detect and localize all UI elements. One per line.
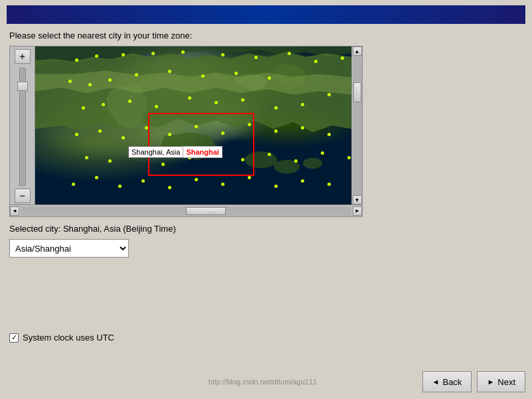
horizontal-scrollbar[interactable]: ◄ ⋯ ► bbox=[9, 205, 363, 217]
zoom-slider-thumb[interactable] bbox=[17, 82, 28, 91]
city-dot[interactable] bbox=[181, 50, 185, 54]
city-dot[interactable] bbox=[88, 83, 92, 86]
scroll-down-button[interactable]: ▼ bbox=[353, 195, 362, 204]
city-dot[interactable] bbox=[141, 179, 145, 183]
city-dot[interactable] bbox=[188, 96, 191, 100]
city-dot[interactable] bbox=[274, 185, 278, 188]
city-dot[interactable] bbox=[288, 52, 291, 55]
city-dot[interactable] bbox=[128, 100, 132, 103]
zoom-slider[interactable] bbox=[19, 68, 26, 186]
map-viewport[interactable]: Shanghai, Asia Shanghai bbox=[35, 46, 351, 204]
city-label: Shanghai, Asia Shanghai bbox=[128, 146, 222, 158]
city-dot[interactable] bbox=[248, 176, 251, 179]
city-dot[interactable] bbox=[347, 156, 351, 159]
city-dot[interactable] bbox=[168, 186, 171, 189]
instruction-text: Please select the nearest city in your t… bbox=[9, 31, 523, 40]
city-dot[interactable] bbox=[268, 153, 271, 156]
city-dot[interactable] bbox=[195, 178, 198, 181]
scroll-left-button[interactable]: ◄ bbox=[10, 206, 19, 216]
back-button[interactable]: ◄ Back bbox=[422, 371, 472, 392]
selection-rectangle bbox=[148, 113, 254, 176]
scroll-up-button[interactable]: ▲ bbox=[353, 46, 362, 56]
city-dot[interactable] bbox=[95, 54, 98, 58]
city-dot[interactable] bbox=[102, 103, 105, 106]
next-icon: ► bbox=[487, 378, 494, 386]
next-button[interactable]: ► Next bbox=[477, 371, 525, 392]
city-dot[interactable] bbox=[301, 103, 304, 106]
bottom-navigation: ◄ Back ► Next bbox=[422, 371, 525, 392]
timezone-dropdown[interactable]: Asia/ShanghaiAsia/BeijingAsia/TokyoAsia/… bbox=[9, 239, 129, 258]
city-dot[interactable] bbox=[201, 74, 205, 78]
city-dot[interactable] bbox=[321, 151, 324, 155]
city-dot[interactable] bbox=[341, 56, 344, 60]
city-dot[interactable] bbox=[274, 129, 278, 133]
scroll-thumb-vertical[interactable]: ⋮⋮⋮ bbox=[353, 82, 361, 102]
map-container[interactable]: + − bbox=[9, 46, 363, 205]
scroll-right-button[interactable]: ► bbox=[353, 206, 362, 216]
checkbox-check-icon: ✓ bbox=[11, 333, 17, 342]
zoom-in-button[interactable]: + bbox=[15, 49, 31, 64]
city-label-text: Shanghai, Asia bbox=[128, 146, 183, 158]
utc-section: ✓ System clock uses UTC bbox=[9, 333, 114, 343]
city-dot[interactable] bbox=[72, 183, 75, 186]
city-dot[interactable] bbox=[234, 72, 238, 75]
city-label-selected: Shanghai bbox=[183, 146, 222, 158]
zoom-out-button[interactable]: − bbox=[15, 189, 31, 203]
city-dot[interactable] bbox=[122, 53, 125, 56]
city-dot[interactable] bbox=[301, 179, 304, 183]
city-dot[interactable] bbox=[118, 185, 122, 188]
city-dot[interactable] bbox=[327, 183, 331, 186]
scroll-track-horizontal[interactable]: ⋯ bbox=[21, 206, 351, 216]
city-dot[interactable] bbox=[327, 133, 331, 136]
zoom-controls: + − bbox=[10, 46, 35, 204]
city-dot[interactable] bbox=[221, 183, 224, 186]
city-dot[interactable] bbox=[314, 60, 317, 63]
svg-point-3 bbox=[303, 158, 322, 169]
timezone-selector[interactable]: Asia/ShanghaiAsia/BeijingAsia/TokyoAsia/… bbox=[9, 239, 523, 258]
utc-label: System clock uses UTC bbox=[23, 333, 114, 343]
city-dot[interactable] bbox=[75, 58, 78, 62]
city-dot[interactable] bbox=[155, 105, 158, 108]
scroll-thumb-horizontal[interactable]: ⋯ bbox=[186, 207, 226, 215]
utc-checkbox[interactable]: ✓ bbox=[9, 333, 19, 343]
main-content: Please select the nearest city in your t… bbox=[0, 24, 532, 264]
city-dot[interactable] bbox=[95, 176, 98, 179]
vertical-scrollbar[interactable]: ▲ ⋮⋮⋮ ▼ bbox=[351, 46, 362, 204]
city-dot[interactable] bbox=[122, 136, 125, 139]
city-dot[interactable] bbox=[75, 133, 78, 136]
city-dot[interactable] bbox=[151, 52, 155, 55]
city-dot[interactable] bbox=[68, 80, 72, 83]
city-dot[interactable] bbox=[301, 126, 304, 129]
city-dot[interactable] bbox=[215, 101, 218, 104]
city-dot[interactable] bbox=[85, 156, 88, 159]
city-dot[interactable] bbox=[135, 73, 138, 76]
city-dot[interactable] bbox=[241, 98, 244, 102]
scroll-track-vertical[interactable]: ⋮⋮⋮ bbox=[353, 56, 362, 195]
selected-city-info: Selected city: Shanghai, Asia (Beijing T… bbox=[9, 224, 523, 234]
city-dot[interactable] bbox=[82, 106, 85, 110]
city-dot[interactable] bbox=[327, 93, 331, 96]
city-dot[interactable] bbox=[98, 129, 102, 133]
top-banner bbox=[7, 5, 525, 24]
city-dot[interactable] bbox=[254, 56, 258, 59]
city-dot[interactable] bbox=[268, 76, 271, 80]
city-dot[interactable] bbox=[274, 106, 278, 110]
city-dot[interactable] bbox=[108, 159, 112, 163]
city-dot[interactable] bbox=[221, 53, 224, 56]
back-icon: ◄ bbox=[432, 378, 440, 386]
city-dot[interactable] bbox=[168, 70, 171, 73]
city-dot[interactable] bbox=[294, 159, 298, 163]
city-dot[interactable] bbox=[108, 78, 112, 82]
